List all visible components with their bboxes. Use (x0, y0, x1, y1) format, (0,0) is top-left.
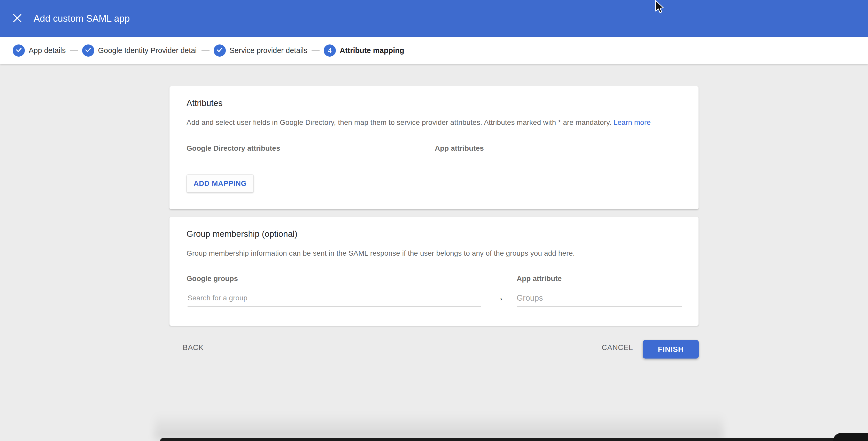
app-attribute-input[interactable] (517, 290, 682, 306)
step-google-idp-details[interactable]: Google Identity Provider details (82, 45, 197, 57)
attributes-description-text: Add and select user fields in Google Dir… (187, 118, 612, 126)
close-icon (13, 13, 22, 24)
step-complete-badge (82, 45, 94, 57)
learn-more-link[interactable]: Learn more (614, 118, 651, 126)
cancel-button[interactable]: CANCEL (596, 339, 638, 356)
google-directory-attributes-header: Google Directory attributes (187, 144, 280, 152)
app-attributes-header: App attributes (435, 144, 484, 152)
check-icon (216, 47, 223, 54)
attributes-card: Attributes Add and select user fields in… (169, 86, 699, 209)
check-icon (85, 47, 91, 54)
step-label: Attribute mapping (340, 46, 404, 55)
step-separator (202, 50, 210, 51)
app-bar: Add custom SAML app (0, 0, 868, 37)
step-separator (312, 50, 319, 51)
arrow-right-icon: → (493, 291, 504, 303)
background-window-edge (160, 438, 868, 441)
group-search-input[interactable] (188, 290, 481, 306)
attributes-card-title: Attributes (187, 98, 222, 108)
bottom-window-shadow (155, 414, 723, 439)
group-membership-description: Group membership information can be sent… (187, 249, 575, 258)
step-complete-badge (214, 45, 226, 57)
check-icon (16, 47, 22, 54)
step-number: 4 (328, 47, 332, 55)
close-button[interactable] (8, 9, 26, 28)
step-separator (70, 50, 78, 51)
finish-button[interactable]: FINISH (643, 340, 699, 358)
step-label: App details (29, 46, 66, 55)
step-app-details[interactable]: App details (13, 45, 66, 57)
step-service-provider-details[interactable]: Service provider details (214, 45, 307, 57)
background-window-corner (833, 433, 868, 441)
attributes-card-description: Add and select user fields in Google Dir… (187, 118, 651, 127)
back-button[interactable]: BACK (178, 339, 209, 356)
step-attribute-mapping[interactable]: 4 Attribute mapping (324, 45, 404, 57)
dialog-title: Add custom SAML app (34, 13, 130, 24)
step-complete-badge (13, 45, 25, 57)
group-membership-card-title: Group membership (optional) (187, 229, 297, 239)
step-label: Service provider details (230, 46, 307, 55)
step-number-badge: 4 (324, 45, 336, 57)
add-mapping-button[interactable]: ADD MAPPING (187, 175, 254, 193)
google-groups-label: Google groups (187, 274, 238, 283)
group-membership-card: Group membership (optional) Group member… (169, 217, 699, 326)
wizard-stepper: App details Google Identity Provider det… (0, 37, 868, 64)
app-attribute-label: App attribute (517, 274, 562, 283)
step-label: Google Identity Provider details (98, 46, 197, 55)
